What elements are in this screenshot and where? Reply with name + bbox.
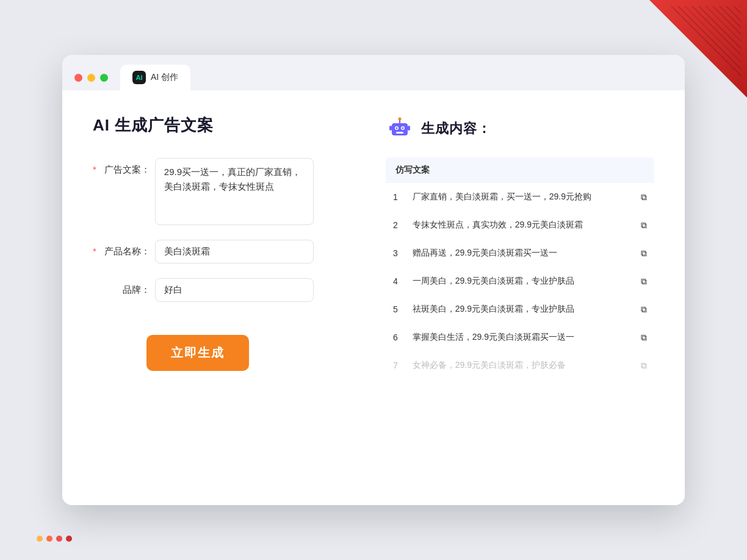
copy-icon[interactable]: ⧉ — [633, 183, 654, 211]
product-name-required: * — [93, 240, 96, 256]
row-number: 7 — [386, 351, 405, 379]
right-header: 生成内容： — [386, 115, 654, 143]
generate-button[interactable]: 立即生成 — [146, 335, 249, 371]
brand-input[interactable] — [155, 278, 314, 302]
svg-point-4 — [402, 127, 404, 129]
table-row: 5 祛斑美白，29.9元美白淡斑霜，专业护肤品 ⧉ — [386, 295, 654, 323]
traffic-lights — [74, 74, 108, 82]
dot-3 — [56, 536, 62, 542]
right-panel-title: 生成内容： — [421, 120, 491, 138]
dot-2 — [46, 536, 52, 542]
row-number: 5 — [386, 295, 405, 323]
table-row: 1 厂家直销，美白淡斑霜，买一送一，29.9元抢购 ⧉ — [386, 183, 654, 211]
row-number: 1 — [386, 183, 405, 211]
svg-point-3 — [396, 127, 398, 129]
ad-copy-required: * — [93, 158, 96, 174]
svg-rect-7 — [389, 126, 392, 131]
table-row: 3 赠品再送，29.9元美白淡斑霜买一送一 ⧉ — [386, 239, 654, 267]
robot-icon — [386, 115, 414, 143]
product-name-input[interactable] — [155, 240, 314, 264]
row-number: 2 — [386, 211, 405, 239]
ad-copy-label: 广告文案： — [101, 158, 150, 176]
tab-label: AI 创作 — [151, 72, 178, 83]
brand-group: * 品牌： — [93, 278, 349, 302]
browser-window: AI AI 创作 AI 生成广告文案 * 广告文案： * 产品名称： * — [62, 55, 685, 505]
ai-tab-icon: AI — [132, 71, 146, 84]
product-name-label: 产品名称： — [101, 240, 150, 257]
left-panel: AI 生成广告文案 * 广告文案： * 产品名称： * 品牌： 立即生成 — [93, 115, 349, 481]
bottom-decoration — [37, 536, 72, 542]
svg-point-6 — [399, 118, 402, 121]
table-row: 2 专抹女性斑点，真实功效，29.9元美白淡斑霜 ⧉ — [386, 211, 654, 239]
table-row: 4 一周美白，29.9元美白淡斑霜，专业护肤品 ⧉ — [386, 267, 654, 295]
copy-icon[interactable]: ⧉ — [633, 211, 654, 239]
brand-label: 品牌： — [101, 278, 150, 296]
row-text: 掌握美白生活，29.9元美白淡斑霜买一送一 — [405, 323, 633, 351]
ad-copy-input[interactable] — [155, 158, 314, 225]
row-text: 专抹女性斑点，真实功效，29.9元美白淡斑霜 — [405, 211, 633, 239]
table-row: 7 女神必备，29.9元美白淡斑霜，护肤必备 ⧉ — [386, 351, 654, 379]
row-number: 4 — [386, 267, 405, 295]
minimize-button[interactable] — [87, 74, 95, 82]
row-text: 厂家直销，美白淡斑霜，买一送一，29.9元抢购 — [405, 183, 633, 211]
row-text: 女神必备，29.9元美白淡斑霜，护肤必备 — [405, 351, 633, 379]
copy-icon[interactable]: ⧉ — [633, 351, 654, 379]
svg-rect-9 — [396, 132, 403, 134]
copy-icon[interactable]: ⧉ — [633, 295, 654, 323]
svg-rect-8 — [408, 126, 410, 131]
dot-4 — [66, 536, 72, 542]
row-text: 一周美白，29.9元美白淡斑霜，专业护肤品 — [405, 267, 633, 295]
maximize-button[interactable] — [100, 74, 108, 82]
table-row: 6 掌握美白生活，29.9元美白淡斑霜买一送一 ⧉ — [386, 323, 654, 351]
row-text: 赠品再送，29.9元美白淡斑霜买一送一 — [405, 239, 633, 267]
tab-icon-label: AI — [136, 74, 143, 81]
copy-icon[interactable]: ⧉ — [633, 267, 654, 295]
dot-1 — [37, 536, 43, 542]
copy-icon[interactable]: ⧉ — [633, 323, 654, 351]
row-number: 6 — [386, 323, 405, 351]
close-button[interactable] — [74, 74, 82, 82]
copy-icon[interactable]: ⧉ — [633, 239, 654, 267]
title-bar: AI AI 创作 — [62, 55, 685, 90]
row-text: 祛斑美白，29.9元美白淡斑霜，专业护肤品 — [405, 295, 633, 323]
right-panel: 生成内容： 仿写文案 1 厂家直销，美白淡斑霜，买一送一，29.9元抢购 ⧉ 2… — [386, 115, 654, 481]
table-header: 仿写文案 — [386, 157, 654, 183]
row-number: 3 — [386, 239, 405, 267]
content-area: AI 生成广告文案 * 广告文案： * 产品名称： * 品牌： 立即生成 — [62, 90, 685, 505]
results-table: 仿写文案 1 厂家直销，美白淡斑霜，买一送一，29.9元抢购 ⧉ 2 专抹女性斑… — [386, 157, 654, 379]
ai-tab[interactable]: AI AI 创作 — [120, 65, 190, 90]
product-name-group: * 产品名称： — [93, 240, 349, 264]
ad-copy-group: * 广告文案： — [93, 158, 349, 225]
page-title: AI 生成广告文案 — [93, 115, 349, 136]
